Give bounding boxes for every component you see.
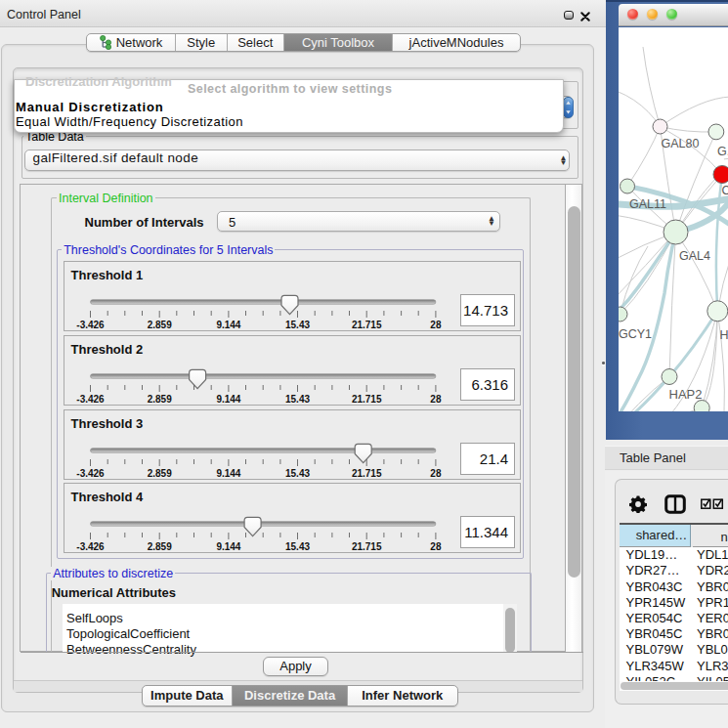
svg-text:HAP2: HAP2 [668,386,702,401]
svg-text:21.715: 21.715 [351,541,381,552]
svg-text:21.715: 21.715 [351,320,381,330]
svg-text:-3.426: -3.426 [76,468,105,479]
svg-text:2.859: 2.859 [147,394,171,405]
svg-text:28: 28 [430,394,442,405]
svg-text:H: H [719,327,728,341]
svg-text:28: 28 [430,541,442,552]
svg-text:15.43: 15.43 [284,394,309,405]
svg-text:9.144: 9.144 [216,320,240,330]
svg-text:9.144: 9.144 [216,468,240,479]
svg-text:21.715: 21.715 [351,394,381,405]
svg-text:C.: C. [721,184,728,197]
svg-text:GCY1: GCY1 [619,326,652,340]
svg-text:9.144: 9.144 [216,541,240,552]
svg-text:-3.426: -3.426 [76,541,105,552]
svg-text:-3.426: -3.426 [76,394,105,405]
svg-text:2.859: 2.859 [147,468,171,479]
svg-text:-3.426: -3.426 [76,320,105,330]
svg-text:28: 28 [430,320,442,330]
svg-text:GAL80: GAL80 [661,136,699,150]
svg-text:GAL11: GAL11 [629,196,666,210]
svg-text:2.859: 2.859 [147,541,171,552]
svg-text:15.43: 15.43 [284,541,309,552]
svg-text:28: 28 [430,468,442,479]
svg-text:15.43: 15.43 [284,320,309,330]
svg-text:21.715: 21.715 [351,468,381,479]
svg-text:GAL4: GAL4 [679,249,710,263]
svg-text:G.: G. [717,144,728,157]
svg-text:2.859: 2.859 [147,320,171,330]
svg-text:15.43: 15.43 [284,468,309,479]
svg-text:9.144: 9.144 [216,394,240,405]
